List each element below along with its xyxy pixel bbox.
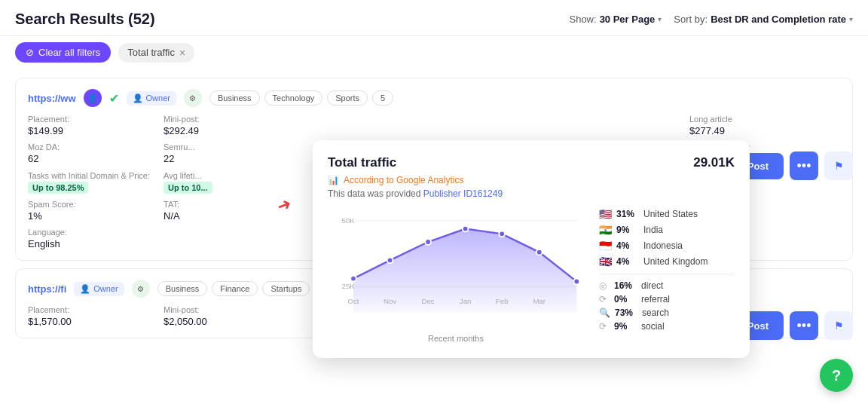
check-icon: ✔ <box>109 91 119 106</box>
pct-direct: 16% <box>614 280 637 291</box>
pct-social: 9% <box>614 321 637 332</box>
pct-referral: 0% <box>614 294 637 304</box>
listing2-flag-button[interactable]: ⚑ <box>824 311 853 340</box>
name-in: India <box>643 225 663 235</box>
owner-badge: 👤 Owner <box>127 91 176 106</box>
svg-point-6 <box>425 239 431 245</box>
mini-post-label: Mini-post: <box>164 115 314 124</box>
popup-value: 29.01K <box>693 155 735 170</box>
tasks-label: Tasks with Initial Domain & Price: <box>28 171 164 180</box>
chart-footer: Recent months <box>328 334 584 343</box>
tasks-value: Up to 98.25% <box>28 182 88 194</box>
name-us: United States <box>643 209 698 219</box>
svg-point-8 <box>499 231 505 237</box>
spam-label: Spam Score: <box>28 200 164 209</box>
search-icon: 🔍 <box>599 308 610 318</box>
avg-lifetime-label: Avg lifeti... <box>164 171 314 180</box>
main: https://ww 👤 ✔ 👤 Owner ⚙ Business Techno… <box>0 69 868 347</box>
country-row-us: 🇺🇸 31% United States <box>599 208 735 220</box>
country-row-gb: 🇬🇧 4% United Kingdom <box>599 256 735 268</box>
listing2-more-options-button[interactable]: ••• <box>790 311 818 340</box>
name-id: Indonesia <box>643 240 683 251</box>
svg-text:25K: 25K <box>342 282 356 290</box>
category-tags: Business Technology Sports 5 <box>209 90 393 106</box>
svg-point-7 <box>463 226 469 232</box>
listing2-cat-tag-2: Finance <box>212 281 258 296</box>
pct-id: 4% <box>616 240 639 251</box>
popup-header: Total traffic 29.01K <box>328 155 735 170</box>
direct-icon: ◎ <box>599 280 610 291</box>
pct-gb: 4% <box>616 256 639 267</box>
svg-text:Dec: Dec <box>421 297 434 305</box>
moz-da-field: Moz DA: 62 <box>28 142 164 165</box>
flag-button[interactable]: ⚑ <box>824 151 853 180</box>
long-article-field: Long article $277.49 <box>689 115 840 136</box>
country-row-in: 🇮🇳 9% India <box>599 224 735 236</box>
pct-search: 73% <box>615 308 637 318</box>
cat-tag-3: Sports <box>327 90 368 106</box>
listing2-category-tags: Business Finance Startups 5 <box>157 281 336 296</box>
tasks-field: Tasks with Initial Domain & Price: Up to… <box>28 171 164 194</box>
sort-control[interactable]: Sort by: Best DR and Completion rate ▾ <box>674 14 853 25</box>
listing2-placement-value: $1,570.00 <box>28 316 164 327</box>
svg-text:Jan: Jan <box>460 297 472 305</box>
flag-us-icon: 🇺🇸 <box>599 208 612 220</box>
listing2-url[interactable]: https://fi <box>28 283 66 295</box>
chevron-down-icon: ▾ <box>658 15 662 23</box>
cat-tag-2: Technology <box>264 90 323 106</box>
svg-point-10 <box>573 279 579 285</box>
chart-icon: 📊 <box>328 175 339 185</box>
help-button[interactable]: ? <box>820 359 853 392</box>
semrush-field: Semru... 22 <box>164 142 314 165</box>
more-options-button[interactable]: ••• <box>790 151 818 180</box>
traffic-popup: Total traffic 29.01K 📊 According to Goog… <box>313 140 750 358</box>
semrush-value: 22 <box>164 153 314 164</box>
svg-point-4 <box>350 276 356 282</box>
source-referral: ⟳ 0% referral <box>599 294 735 304</box>
label-direct: direct <box>641 280 663 291</box>
source-label: According to Google Analytics <box>344 175 463 185</box>
filter-tag-close-icon[interactable]: × <box>179 47 185 59</box>
flag-id-icon: 🇮🇩 <box>599 240 612 252</box>
clear-filters-button[interactable]: ⊘ Clear all filters <box>15 42 111 63</box>
semrush-label: Semru... <box>164 142 314 151</box>
label-search: search <box>642 308 669 318</box>
listing2-placement-label: Placement: <box>28 305 164 314</box>
sort-label: Sort by: <box>674 14 708 25</box>
language-value: English <box>28 238 164 249</box>
owner-icon: 👤 <box>133 93 143 103</box>
header-left: Search Results (52) <box>15 11 155 28</box>
clear-filters-label: Clear all filters <box>38 47 100 58</box>
listing2-mini-post-field: Mini-post: $2,050.00 <box>164 305 314 327</box>
moz-da-label: Moz DA: <box>28 142 164 151</box>
pct-us: 31% <box>616 209 639 219</box>
placement-field: Placement: $149.99 <box>28 115 164 136</box>
popup-desc: This data was provided Publisher ID16124… <box>328 188 735 199</box>
active-filter-tag: Total traffic × <box>118 43 194 63</box>
show-label: Show: <box>569 14 596 25</box>
placement-label: Placement: <box>28 115 164 124</box>
avg-lifetime-value: Up to 10... <box>164 182 212 194</box>
verified-icon: 👤 <box>84 89 102 107</box>
moz-da-value: 62 <box>28 153 164 164</box>
page-title: Search Results (52) <box>15 11 155 28</box>
publisher-link[interactable]: Publisher ID161249 <box>423 188 503 199</box>
help-icon: ? <box>832 367 841 384</box>
owner2-icon: 👤 <box>80 284 90 294</box>
popup-source: 📊 According to Google Analytics <box>328 175 735 185</box>
listing2-more-badge: ⚙ <box>132 280 150 298</box>
owner2-label: Owner <box>93 284 118 293</box>
long-article-label: Long article <box>689 115 840 124</box>
listing-url[interactable]: https://ww <box>28 93 76 104</box>
listing2-owner-badge: 👤 Owner <box>74 282 124 296</box>
avg-lifetime-field: Avg lifeti... Up to 10... <box>164 171 314 194</box>
show-control[interactable]: Show: 30 Per Page ▾ <box>569 14 662 25</box>
cat-tag-1: Business <box>209 90 260 106</box>
source-direct: ◎ 16% direct <box>599 280 735 291</box>
svg-text:Oct: Oct <box>347 297 359 305</box>
divider <box>599 274 735 274</box>
popup-title: Total traffic <box>328 155 396 170</box>
cat-tag-more: 5 <box>372 90 393 106</box>
language-field: Language: English <box>28 228 164 249</box>
svg-text:Feb: Feb <box>496 297 509 305</box>
